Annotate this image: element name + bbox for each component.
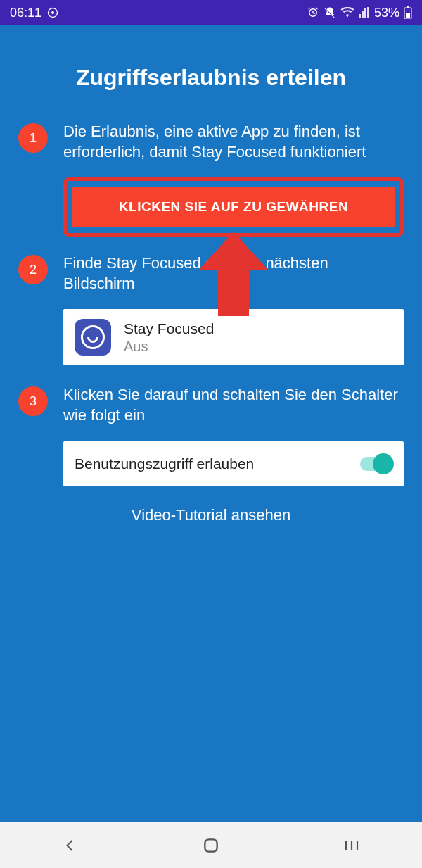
- svg-rect-4: [407, 6, 409, 8]
- nav-back-button[interactable]: [49, 831, 91, 860]
- nav-recents-button[interactable]: [331, 831, 373, 860]
- app-name-label: Stay Focused: [124, 320, 214, 337]
- grant-button-highlight: KLICKEN SIE AUF ZU GEWÄHREN: [63, 177, 404, 237]
- step-2-badge: 2: [18, 255, 48, 284]
- step-1-badge: 1: [18, 123, 48, 153]
- usage-access-switch[interactable]: [360, 457, 392, 471]
- stay-focused-app-icon: [75, 319, 111, 356]
- status-bar: 06:11 53%: [0, 0, 422, 25]
- svg-point-1: [51, 11, 54, 14]
- video-tutorial-link[interactable]: Video-Tutorial ansehen: [18, 506, 404, 524]
- app-indicator-icon: [47, 7, 58, 18]
- wifi-icon: [340, 7, 354, 18]
- toggle-label: Benutzungszugriff erlauben: [75, 455, 254, 472]
- android-nav-bar: [0, 822, 422, 868]
- page-title: Zugriffserlaubnis erteilen: [18, 65, 404, 91]
- step-3-badge: 3: [18, 386, 48, 416]
- step-3-text: Klicken Sie darauf und schalten Sie den …: [63, 385, 404, 425]
- step-1-text: Die Erlaubnis, eine aktive App zu finden…: [63, 122, 404, 162]
- usage-access-toggle-row[interactable]: Benutzungszugriff erlauben: [63, 441, 404, 486]
- pointer-arrow-icon: [198, 232, 269, 319]
- grant-permission-button[interactable]: KLICKEN SIE AUF ZU GEWÄHREN: [72, 187, 395, 227]
- switch-knob: [373, 453, 394, 474]
- svg-rect-5: [205, 839, 217, 851]
- svg-rect-3: [406, 13, 410, 18]
- nav-home-button[interactable]: [190, 831, 232, 860]
- mute-icon: [324, 6, 336, 19]
- content-area: Zugriffserlaubnis erteilen 1 Die Erlaubn…: [0, 25, 422, 822]
- battery-percent: 53%: [374, 6, 399, 20]
- step-3: 3 Klicken Sie darauf und schalten Sie de…: [18, 385, 404, 486]
- battery-icon: [404, 6, 412, 19]
- app-state-label: Aus: [124, 339, 214, 355]
- status-time: 06:11: [10, 6, 41, 20]
- signal-icon: [359, 7, 370, 18]
- step-1: 1 Die Erlaubnis, eine aktive App zu find…: [18, 122, 404, 237]
- alarm-icon: [307, 6, 319, 19]
